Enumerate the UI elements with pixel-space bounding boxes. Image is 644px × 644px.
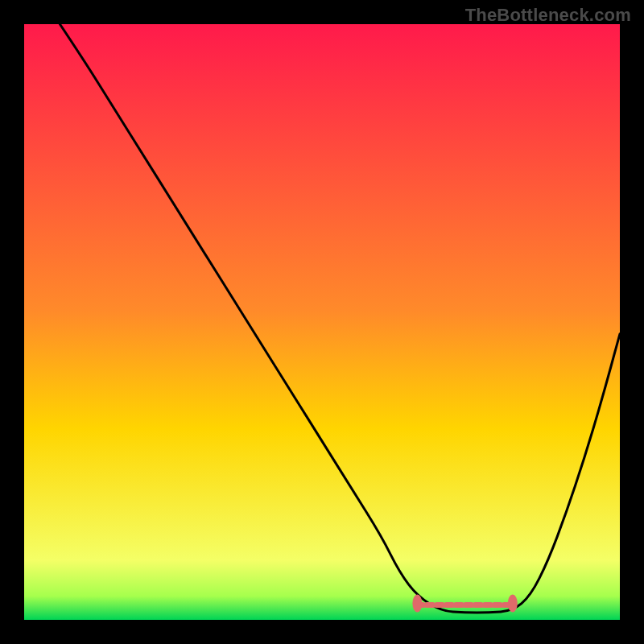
- watermark-text: TheBottleneck.com: [465, 5, 631, 26]
- chart-svg: [24, 24, 620, 620]
- svg-point-2: [508, 595, 518, 613]
- plot-area: [24, 24, 620, 620]
- chart-container: TheBottleneck.com: [0, 0, 644, 644]
- svg-point-1: [412, 595, 422, 613]
- gradient-background: [24, 24, 620, 620]
